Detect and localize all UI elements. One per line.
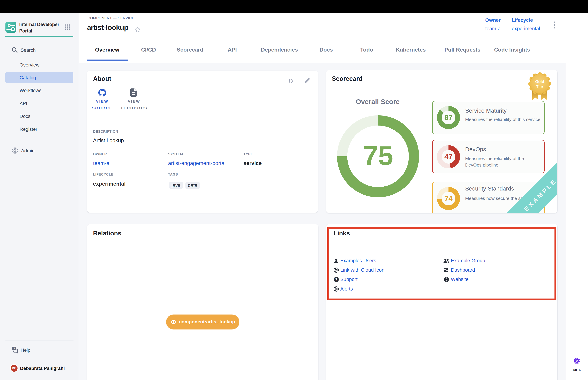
svg-text:?: ?	[13, 347, 15, 350]
svg-text:Gold: Gold	[535, 79, 544, 84]
svg-text:Tier: Tier	[536, 85, 543, 89]
svg-text:?: ?	[335, 277, 337, 282]
